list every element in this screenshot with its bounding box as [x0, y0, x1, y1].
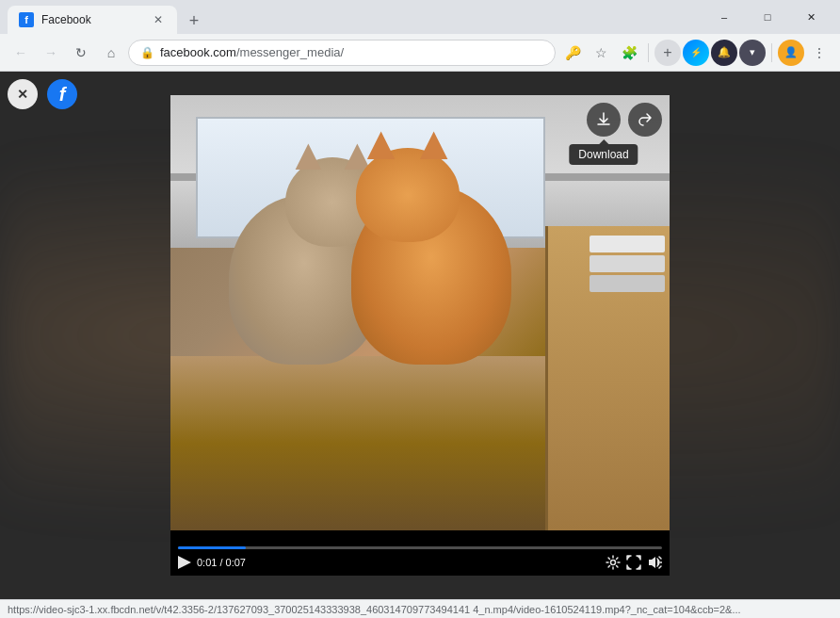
minimize-button[interactable]: – [703, 0, 746, 34]
controls-row: 0:01 / 0:07 [178, 555, 662, 570]
browser-frame: f Facebook ✕ + – □ ✕ ← → ↻ ⌂ 🔒 facebook.… [0, 0, 840, 618]
forward-button[interactable]: → [38, 40, 64, 66]
tab-favicon: f [19, 12, 34, 27]
address-bar: ← → ↻ ⌂ 🔒 facebook.com/messenger_media/ … [0, 34, 840, 72]
svg-line-2 [659, 566, 661, 568]
video-container: Download [170, 95, 670, 576]
dropdown-ext-button[interactable]: ▾ [739, 40, 766, 66]
towels [590, 236, 665, 295]
video-controls: 0:01 / 0:07 [170, 530, 670, 576]
volume-icon [647, 555, 662, 570]
download-button[interactable] [587, 103, 621, 137]
url-path: /messenger_media/ [236, 45, 344, 59]
messenger-ext-button[interactable]: ⚡ [683, 40, 709, 66]
cat-right [342, 148, 530, 365]
tab-close-button[interactable]: ✕ [151, 12, 166, 27]
fb-logo-overlay[interactable]: f [47, 79, 77, 109]
menu-button[interactable]: ⋮ [806, 40, 832, 66]
toolbar-icons: 🔑 ☆ 🧩 + ⚡ 🔔 ▾ 👤 ⋮ [559, 40, 832, 66]
cat-right-head [356, 148, 460, 242]
toolbar-separator [648, 43, 649, 62]
lock-icon: 🔒 [140, 46, 154, 59]
key-icon[interactable]: 🔑 [559, 40, 586, 66]
back-button[interactable]: ← [8, 40, 34, 66]
add-ext-button[interactable]: + [654, 40, 681, 66]
url-bar[interactable]: 🔒 facebook.com/messenger_media/ [128, 40, 556, 66]
video-thumbnail [170, 95, 670, 530]
toolbar-separator-2 [771, 43, 772, 62]
url-domain: facebook.com [160, 45, 236, 59]
svg-line-1 [659, 557, 661, 559]
progress-fill [178, 546, 246, 549]
profile-button[interactable]: 👤 [778, 40, 804, 66]
tab-title: Facebook [41, 13, 143, 26]
title-bar: f Facebook ✕ + – □ ✕ [0, 0, 840, 34]
star-icon[interactable]: ☆ [588, 40, 614, 66]
maximize-button[interactable]: □ [746, 0, 789, 34]
active-tab[interactable]: f Facebook ✕ [8, 6, 177, 34]
video-actions: Download [587, 103, 662, 137]
download-icon [596, 112, 611, 127]
cats-scene [170, 95, 670, 530]
status-url: https://video-sjc3-1.xx.fbcdn.net/v/t42.… [8, 604, 741, 615]
fullscreen-button[interactable] [626, 555, 641, 570]
cabinet [545, 226, 670, 530]
time-display: 0:01 / 0:07 [197, 557, 246, 568]
refresh-button[interactable]: ↻ [68, 40, 94, 66]
overlay-close-button[interactable]: ✕ [8, 79, 38, 109]
play-button[interactable] [178, 556, 191, 569]
settings-button[interactable] [606, 555, 621, 570]
home-button[interactable]: ⌂ [98, 40, 124, 66]
download-wrapper: Download [587, 103, 621, 137]
volume-button[interactable] [647, 555, 662, 570]
svg-point-0 [611, 561, 616, 565]
bell-ext-button[interactable]: 🔔 [711, 40, 737, 66]
page-content: ✕ f [0, 72, 840, 599]
progress-bar[interactable] [178, 546, 662, 549]
settings-icon [606, 555, 621, 570]
url-text: facebook.com/messenger_media/ [160, 45, 543, 59]
play-icon [178, 556, 191, 569]
fullscreen-icon [626, 555, 641, 570]
window-controls: – □ ✕ [703, 0, 832, 34]
status-bar: https://video-sjc3-1.xx.fbcdn.net/v/t42.… [0, 599, 840, 618]
share-icon [638, 112, 653, 127]
puzzle-icon[interactable]: 🧩 [616, 40, 642, 66]
new-tab-button[interactable]: + [181, 8, 207, 34]
share-button[interactable] [628, 103, 662, 137]
close-button[interactable]: ✕ [789, 0, 832, 34]
tab-bar: f Facebook ✕ + [8, 0, 703, 34]
